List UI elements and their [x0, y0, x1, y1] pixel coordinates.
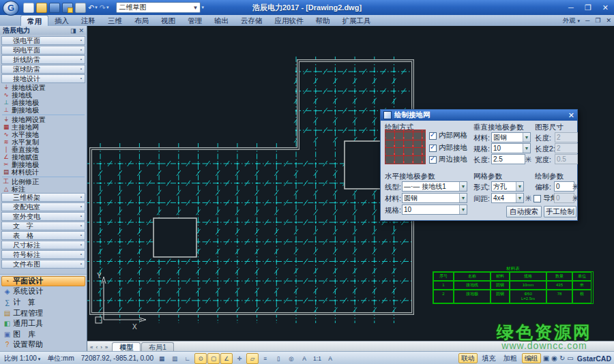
open-file-icon[interactable] [36, 3, 47, 13]
sidebar-category-表 格[interactable]: 表 格▪ [1, 231, 85, 240]
pin-icon[interactable]: ◨ [70, 27, 76, 34]
app-logo-icon[interactable]: G [3, 1, 19, 16]
sidebar-category-室外变电[interactable]: 室外变电▪ [1, 212, 85, 221]
scale-dropdown[interactable]: 比例 1:100▾ [4, 354, 40, 363]
close-button[interactable]: ✕ [602, 3, 609, 12]
bulb-icon[interactable]: ◉ [551, 354, 557, 362]
sync-icon[interactable]: ↻ [559, 354, 565, 362]
sidebar-item-主接地网[interactable]: ▦主接地网 [0, 123, 87, 131]
sidebar-item-比例修正[interactable]: 工比例修正 [0, 178, 87, 185]
appearance-dropdown[interactable]: 外观 ▾ [563, 16, 580, 25]
ducs-toggle[interactable]: ✛ [233, 353, 246, 364]
sidebar-item-接地线[interactable]: ∿接地线 [0, 91, 87, 99]
mode-item-设置帮助[interactable]: ?设置帮助 [1, 339, 85, 350]
annoauto-toggle[interactable]: A [324, 353, 336, 364]
mode-item-平面设计[interactable]: ◔平面设计 [1, 276, 85, 287]
cycling-toggle[interactable]: ◎ [285, 353, 297, 364]
doc-restore-button[interactable]: ❐ [595, 17, 600, 24]
workspace-select[interactable]: 二维草图 ▼ [116, 2, 201, 13]
sidebar-item-接地赋值[interactable]: ∠接地赋值 [0, 153, 87, 161]
ribbon-tab-云存储[interactable]: 云存储 [235, 15, 269, 26]
otrack-toggle[interactable]: ∠ [220, 353, 233, 364]
ribbon-tab-应用软件[interactable]: 应用软件 [269, 15, 310, 26]
linetype-select[interactable]: —·— 接地线1▼ [402, 181, 467, 192]
offset-input[interactable]: 0 [554, 181, 574, 192]
sidebar-item-水平复制[interactable]: ≋水平复制 [0, 138, 87, 146]
horizontal-material-select[interactable]: 圆钢▼ [402, 193, 467, 203]
sidebar-category-强电平面[interactable]: 强电平面▪ [1, 36, 85, 45]
redo-icon[interactable]: ↷ [100, 3, 106, 12]
sidebar-category-折线防雷[interactable]: 折线防雷▪ [1, 55, 85, 64]
grid-form-select[interactable]: 方孔▼ [491, 181, 524, 192]
sidebar-category-尺寸标注[interactable]: 尺寸标注▪ [1, 241, 85, 249]
sidebar-item-接地网设置[interactable]: ⏚接地网设置 [0, 116, 87, 123]
sidebar-item-插接地极[interactable]: ⊥插接地极 [0, 99, 87, 106]
save-icon[interactable] [49, 3, 60, 13]
sidebar-category-接地设计[interactable]: 接地设计▪ [1, 74, 85, 83]
toggle-编组[interactable]: 编组 [522, 353, 541, 363]
ribbon-tab-输出[interactable]: 输出 [208, 15, 235, 26]
sidebar-category-弱电平面[interactable]: 弱电平面▪ [1, 46, 85, 55]
layout-tab-布局1[interactable]: 布局1 [141, 342, 174, 352]
polar-toggle[interactable]: ⊙ [194, 353, 207, 364]
grid-spacing-select[interactable]: 4x4▼ [491, 193, 524, 203]
ribbon-tab-扩展工具[interactable]: 扩展工具 [336, 15, 377, 26]
sidebar-item-材料统计[interactable]: ▤材料统计 [0, 168, 87, 176]
redo-dropdown-icon[interactable]: ▾ [106, 5, 109, 10]
lineweight-toggle[interactable]: ≡ [259, 353, 272, 364]
sidebar-item-标注[interactable]: △标注 [0, 185, 87, 193]
sidebar-category-三维桥架[interactable]: 三维桥架▪ [1, 193, 85, 202]
mode-item-图 库[interactable]: ▣图 库 [1, 329, 85, 340]
save-as-icon[interactable] [62, 3, 73, 13]
ribbon-tab-插入[interactable]: 插入 [48, 15, 75, 26]
undo-icon[interactable]: ↶ [88, 3, 94, 12]
fullscreen-icon[interactable]: ▭ [567, 354, 573, 362]
ribbon-tab-布局[interactable]: 布局 [128, 15, 155, 26]
annoscale-indicator[interactable]: 1:1 [311, 353, 323, 364]
mode-item-系统设计[interactable]: ◈系统设计 [1, 286, 85, 297]
clean-screen-icon[interactable]: ▣ [543, 354, 549, 362]
close-icon[interactable]: ✕ [78, 27, 84, 34]
ribbon-tab-注释[interactable]: 注释 [75, 15, 102, 26]
restore-button[interactable]: ❐ [585, 3, 591, 12]
sidebar-category-文件布图[interactable]: 文件布图▪ [1, 260, 85, 269]
sidebar-item-接地线设置[interactable]: ⏚接地线设置 [0, 84, 87, 91]
last-tab-button[interactable]: » [105, 344, 108, 350]
sidebar-item-删接地极[interactable]: ✂删接地极 [0, 161, 87, 168]
auto-search-button[interactable]: 自动搜索 [506, 206, 542, 217]
quickprop-toggle[interactable]: ▯ [272, 353, 284, 364]
ribbon-tab-三维[interactable]: 三维 [102, 15, 128, 26]
annotation-toggle[interactable]: A [298, 353, 310, 364]
first-tab-button[interactable]: « [90, 344, 93, 350]
ribbon-tab-帮助[interactable]: 帮助 [310, 15, 336, 26]
sidebar-item-水平接地[interactable]: ∿水平接地 [0, 131, 87, 138]
layout-tab-模型[interactable]: 模型 [112, 342, 141, 352]
sidebar-category-变配电室[interactable]: 变配电室▪ [1, 202, 85, 211]
doc-close-button[interactable]: ✕ [606, 17, 611, 24]
snap-toggle[interactable]: ▦ [156, 353, 168, 364]
vertical-material-select[interactable]: 圆钢▼ [491, 132, 531, 142]
chamfer-checkbox[interactable] [533, 195, 541, 202]
ribbon-tab-管理[interactable]: 管理 [181, 15, 208, 26]
sidebar-category-文 字[interactable]: 文 字▪ [1, 222, 85, 230]
dialog-close-icon[interactable]: ✕ [568, 111, 574, 120]
sidebar-category-符号标注[interactable]: 符号标注▪ [1, 250, 85, 259]
grid-toggle[interactable]: ▥ [169, 353, 181, 364]
ribbon-tab-视图[interactable]: 视图 [155, 15, 181, 26]
osnap-toggle[interactable]: ▢ [207, 353, 220, 364]
perimeter-ground-checkbox[interactable] [429, 156, 437, 164]
doc-minimize-button[interactable]: ─ [585, 17, 589, 24]
inner-grid-checkbox[interactable] [429, 132, 437, 140]
inner-ground-checkbox[interactable] [429, 145, 437, 152]
toggle-填充[interactable]: 填充 [480, 353, 499, 363]
dialog-title-bar[interactable]: 绘制接地网 ✕ [381, 110, 577, 121]
sidebar-category-滚球防雷[interactable]: 滚球防雷▪ [1, 65, 85, 74]
next-tab-button[interactable]: › [100, 344, 102, 350]
vertical-length-input[interactable]: 2.5 [491, 154, 525, 164]
ortho-toggle[interactable]: ∟ [181, 353, 194, 364]
undo-dropdown-icon[interactable]: ▾ [95, 5, 98, 10]
sidebar-item-垂直接地[interactable]: |垂直接地 [0, 146, 87, 153]
new-file-icon[interactable] [23, 3, 34, 13]
manual-draw-button[interactable]: 手工绘制 [544, 206, 576, 217]
minimize-button[interactable]: ─ [568, 3, 574, 12]
